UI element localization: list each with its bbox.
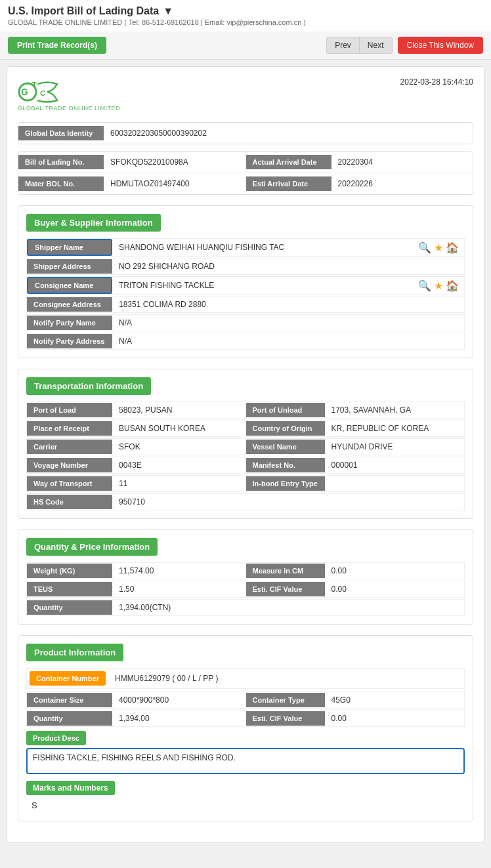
consignee-home-icon[interactable]: 🏠 — [446, 279, 459, 292]
weight-cell: Weight (KG) 11,574.00 — [27, 563, 246, 579]
star-icon[interactable]: ★ — [434, 241, 443, 254]
consignee-name-row: Consignee Name TRITON FISHING TACKLE 🔍 ★… — [26, 276, 465, 295]
esti-arrival-label: Esti Arrival Date — [246, 176, 331, 191]
svg-text:G: G — [21, 87, 28, 97]
dropdown-arrow[interactable]: ▼ — [163, 5, 173, 17]
shipper-address-value: NO 292 SHICHANG ROAD — [112, 258, 464, 274]
port-unload-cell: Port of Unload 1703, SAVANNAH, GA — [246, 402, 465, 418]
country-label: Country of Origin — [246, 421, 325, 436]
global-data-row: Global Data Identity 6003202203050000390… — [18, 123, 473, 144]
voyage-label: Voyage Number — [27, 458, 112, 472]
bol-no-label: Bill of Lading No. — [18, 155, 104, 169]
arrival-value: 20220304 — [331, 154, 473, 170]
global-data-label: Global Data Identity — [18, 126, 104, 140]
carrier-vessel-row: Carrier SFOK Vessel Name HYUNDAI DRIVE — [26, 438, 465, 455]
inbond-label: In-bond Entry Type — [246, 476, 325, 491]
inbond-cell: In-bond Entry Type — [246, 476, 465, 491]
place-receipt-cell: Place of Receipt BUSAN SOUTH KOREA — [27, 421, 246, 436]
product-quantity-value: 1,394.00 — [112, 711, 245, 726]
quantity-row: Quantity 1,394.00(CTN) — [26, 599, 465, 616]
consignee-star-icon[interactable]: ★ — [434, 279, 443, 292]
way-transport-label: Way of Transport — [27, 476, 112, 491]
product-desc-button[interactable]: Product Desc — [26, 731, 86, 745]
measure-label: Measure in CM — [246, 564, 325, 578]
global-data-value: 6003202203050000390202 — [104, 125, 473, 141]
product-quantity-cell: Quantity 1,394.00 — [27, 711, 246, 726]
hs-value: 950710 — [112, 494, 245, 510]
container-size-type-row: Container Size 4000*900*800 Container Ty… — [26, 692, 465, 709]
weight-label: Weight (KG) — [27, 564, 112, 578]
product-quantity-cif-row: Quantity 1,394.00 Esti. CIF Value 0.00 — [26, 710, 465, 727]
transportation-header: Transportation Information — [26, 377, 151, 395]
country-cell: Country of Origin KR, REPUBLIC OF KOREA — [246, 421, 465, 436]
carrier-cell: Carrier SFOK — [27, 439, 246, 455]
port-load-label: Port of Load — [27, 403, 112, 417]
hs-cell: HS Code 950710 — [27, 494, 245, 510]
quantity-cell: Quantity 1,394.00(CTN) — [27, 600, 245, 615]
consignee-name-label: Consignee Name — [27, 277, 112, 294]
timestamp: 2022-03-28 16:44:10 — [400, 77, 473, 87]
arrival-cell: Actual Arrival Date 20220304 — [246, 152, 473, 173]
consignee-search-icon[interactable]: 🔍 — [418, 279, 431, 292]
country-value: KR, REPUBLIC OF KOREA — [325, 421, 465, 436]
toolbar: Print Trade Record(s) Prev Next Close Th… — [0, 31, 491, 60]
product-header: Product Information — [26, 644, 123, 661]
container-type-value: 45G0 — [325, 692, 465, 708]
marks-section: Marks and Numbers S — [26, 778, 465, 813]
port-row: Port of Load 58023, PUSAN Port of Unload… — [26, 402, 465, 419]
vessel-label: Vessel Name — [246, 440, 325, 454]
shipper-address-row: Shipper Address NO 292 SHICHANG ROAD — [26, 258, 465, 275]
marks-value: S — [26, 798, 465, 813]
manifest-cell: Manifest No. 000001 — [246, 457, 465, 473]
container-size-value: 4000*900*800 — [112, 692, 245, 708]
home-icon[interactable]: 🏠 — [446, 241, 459, 254]
bol-row-2: Mater BOL No. HDMUTAOZ01497400 Esti Arri… — [18, 173, 473, 194]
prev-button[interactable]: Prev — [326, 37, 360, 54]
product-esti-cif-value: 0.00 — [325, 711, 465, 726]
print-button[interactable]: Print Trade Record(s) — [8, 37, 106, 54]
hs-empty — [245, 494, 464, 510]
logo-graphic: G T C — [18, 77, 120, 104]
buyer-supplier-section: Buyer & Supplier Information Shipper Nam… — [18, 205, 473, 358]
manifest-label: Manifest No. — [246, 458, 325, 472]
consignee-address-label: Consignee Address — [27, 297, 112, 312]
shipper-address-label: Shipper Address — [27, 259, 112, 274]
voyage-cell: Voyage Number 0043E — [27, 457, 246, 473]
transportation-section: Transportation Information Port of Load … — [18, 369, 473, 519]
close-button[interactable]: Close This Window — [398, 37, 483, 54]
shipper-name-label: Shipper Name — [27, 239, 112, 256]
esti-cif-value: 0.00 — [325, 581, 465, 597]
container-size-label: Container Size — [27, 693, 112, 707]
consignee-address-value: 18351 COLIMA RD 2880 — [112, 297, 464, 312]
notify-address-row: Notify Party Address N/A — [26, 333, 465, 350]
voyage-manifest-row: Voyage Number 0043E Manifest No. 000001 — [26, 457, 465, 474]
consignee-address-row: Consignee Address 18351 COLIMA RD 2880 — [26, 296, 465, 313]
notify-address-label: Notify Party Address — [27, 334, 112, 348]
consignee-name-value: TRITON FISHING TACKLE — [112, 278, 418, 293]
teus-cell: TEUS 1.50 — [27, 581, 246, 597]
logo-area: G T C GLOBAL TRADE ONLINE LIMITED — [18, 77, 120, 112]
notify-address-value: N/A — [112, 333, 464, 349]
product-esti-cif-label: Esti. CIF Value — [246, 711, 325, 726]
port-unload-label: Port of Unload — [246, 403, 325, 417]
shipper-action-icons: 🔍 ★ 🏠 — [418, 241, 464, 254]
master-bol-value: HDMUTAOZ01497400 — [104, 176, 245, 192]
main-content: G T C GLOBAL TRADE ONLINE LIMITED 2022-0… — [7, 66, 484, 843]
way-inbond-row: Way of Transport 11 In-bond Entry Type — [26, 475, 465, 492]
way-transport-value: 11 — [112, 476, 245, 491]
weight-value: 11,574.00 — [112, 563, 245, 579]
bol-row-1: Bill of Lading No. SFOKQD522010098A Actu… — [18, 152, 473, 173]
vessel-value: HYUNDAI DRIVE — [325, 439, 465, 455]
global-data-section: Global Data Identity 6003202203050000390… — [18, 122, 473, 144]
manifest-value: 000001 — [325, 457, 465, 473]
search-icon[interactable]: 🔍 — [418, 241, 431, 254]
product-esti-cif-cell: Esti. CIF Value 0.00 — [246, 711, 465, 726]
measure-cell: Measure in CM 0.00 — [246, 563, 465, 579]
teus-value: 1.50 — [112, 581, 245, 597]
esti-cif-cell: Esti. CIF Value 0.00 — [246, 581, 465, 597]
next-button[interactable]: Next — [359, 37, 393, 54]
product-desc-value: FISHING TACKLE, FISHING REELS AND FISHIN… — [26, 748, 465, 774]
global-data-cell: Global Data Identity 6003202203050000390… — [18, 123, 473, 144]
notify-name-value: N/A — [112, 315, 464, 331]
esti-arrival-cell: Esti Arrival Date 20220226 — [246, 173, 473, 194]
